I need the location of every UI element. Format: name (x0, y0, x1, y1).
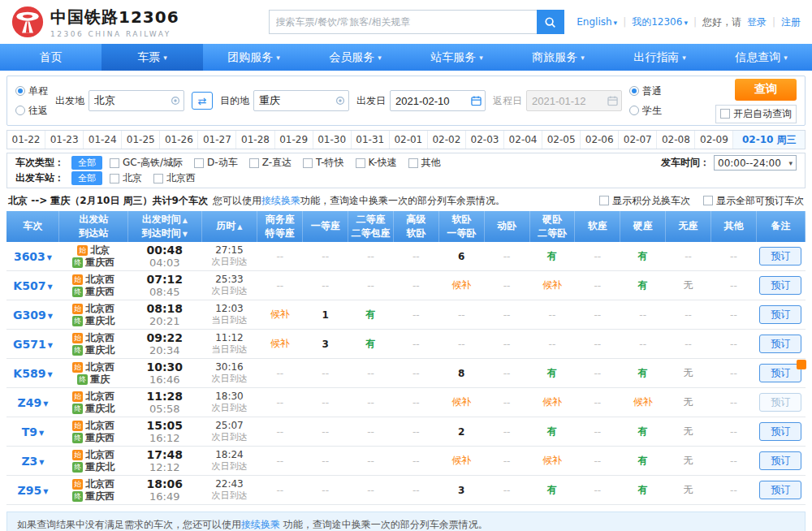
train-number-link[interactable]: G571 (13, 338, 46, 351)
swap-stations-button[interactable]: ⇄ (192, 92, 213, 110)
expand-train-icon[interactable]: ▼ (39, 430, 44, 437)
filter-option-北京西[interactable]: 北京西 (153, 171, 196, 185)
book-button[interactable]: 预订 (759, 247, 801, 266)
date-tab[interactable]: 02-01 (390, 131, 428, 149)
date-tab-selected[interactable]: 02-10 周三 (733, 131, 805, 149)
radio-icon[interactable] (15, 86, 25, 96)
nav-item-团购服务[interactable]: 团购服务▾ (203, 44, 304, 71)
checkbox-icon[interactable] (194, 158, 204, 168)
expand-train-icon[interactable]: ▼ (43, 488, 48, 495)
date-tab[interactable]: 02-08 (657, 131, 695, 149)
expand-train-icon[interactable]: ▼ (47, 254, 52, 261)
checkbox-icon[interactable] (720, 109, 730, 119)
radio-icon[interactable] (629, 106, 639, 115)
checkbox-icon[interactable] (153, 174, 163, 183)
search-input[interactable] (269, 10, 537, 34)
book-button[interactable]: 预订 (759, 451, 801, 470)
checkbox-icon[interactable] (110, 174, 119, 183)
book-button[interactable]: 预订 (759, 481, 801, 499)
date-tab[interactable]: 02-02 (428, 131, 466, 149)
train-number-link[interactable]: Z95 (18, 484, 42, 497)
expand-train-icon[interactable]: ▼ (48, 313, 53, 320)
date-tab[interactable]: 02-05 (542, 131, 581, 149)
column-header[interactable]: 历时▲ (201, 211, 257, 242)
book-button[interactable]: 预订 (759, 422, 801, 441)
train-number-link[interactable]: G309 (13, 309, 46, 322)
expand-train-icon[interactable]: ▼ (43, 400, 48, 408)
checkbox-icon[interactable] (303, 158, 313, 168)
date-tab[interactable]: 01-30 (313, 131, 352, 149)
expand-train-icon[interactable]: ▼ (47, 283, 52, 291)
auto-query-toggle[interactable]: 开启自动查询 (715, 105, 797, 123)
column-header[interactable]: 出发时间▲到达时间▼ (128, 211, 201, 242)
sort-desc-icon[interactable]: ▼ (183, 231, 188, 238)
sort-asc-icon[interactable]: ▲ (237, 223, 242, 231)
my-12306-menu[interactable]: 我的12306▾ (632, 15, 688, 29)
query-button[interactable]: 查询 (735, 79, 797, 101)
filter-option-北京[interactable]: 北京 (110, 171, 142, 185)
nav-item-车票[interactable]: 车票▾ (102, 44, 203, 71)
train-number-link[interactable]: K589 (13, 367, 45, 380)
date-tab[interactable]: 01-27 (198, 131, 236, 149)
date-tab[interactable]: 01-31 (352, 131, 390, 149)
transfer-link[interactable]: 接续换乘 (241, 519, 280, 530)
checkbox-icon[interactable] (408, 158, 418, 168)
passenger-type-student[interactable]: 学生 (629, 104, 662, 118)
date-tab[interactable]: 01-22 (7, 131, 45, 149)
filter-option-D-动车[interactable]: D-动车 (194, 156, 238, 170)
book-button[interactable]: 预订 (759, 393, 801, 412)
nav-item-信息查询[interactable]: 信息查询▾ (710, 44, 812, 71)
login-link[interactable]: 登录 (747, 15, 767, 29)
train-number-link[interactable]: Z49 (18, 396, 42, 409)
expand-train-icon[interactable]: ▼ (47, 371, 52, 378)
radio-icon[interactable] (629, 86, 639, 96)
language-menu[interactable]: English▾ (577, 16, 617, 28)
book-button[interactable]: 预订 (759, 335, 801, 353)
train-number-link[interactable]: 3603 (14, 250, 45, 263)
nav-item-出行指南[interactable]: 出行指南▾ (609, 44, 710, 71)
checkbox-icon[interactable] (599, 196, 609, 205)
checkbox-icon[interactable] (356, 158, 365, 168)
train-number-link[interactable]: Z3 (21, 455, 37, 468)
nav-item-会员服务[interactable]: 会员服务▾ (304, 44, 406, 71)
toggle-points-exchange[interactable]: 显示积分兑换车次 (599, 194, 690, 208)
checkbox-icon[interactable] (703, 196, 713, 205)
date-tab[interactable]: 02-09 (695, 131, 733, 149)
transfer-link[interactable]: 接续换乘 (261, 195, 300, 206)
date-tab[interactable]: 01-26 (160, 131, 198, 149)
expand-train-icon[interactable]: ▼ (39, 459, 44, 466)
book-button[interactable]: 预订 (759, 364, 801, 382)
register-link[interactable]: 注册 (781, 15, 801, 29)
date-tab[interactable]: 01-28 (236, 131, 274, 149)
date-tab[interactable]: 02-07 (619, 131, 657, 149)
date-tab[interactable]: 01-23 (45, 131, 84, 149)
filter-option-Z-直达[interactable]: Z-直达 (249, 156, 292, 170)
search-button[interactable] (537, 10, 564, 34)
passenger-type-normal[interactable]: 普通 (629, 84, 662, 98)
train-type-all-badge[interactable]: 全部 (71, 156, 102, 170)
toggle-show-all-bookable[interactable]: 显示全部可预订车次 (703, 194, 804, 208)
date-tab[interactable]: 02-04 (504, 131, 542, 149)
date-tab[interactable]: 01-29 (275, 131, 313, 149)
date-tab[interactable]: 01-25 (122, 131, 160, 149)
station-all-badge[interactable]: 全部 (71, 171, 102, 185)
date-tab[interactable]: 01-24 (84, 131, 122, 149)
trip-type-oneway[interactable]: 单程 (15, 84, 48, 98)
book-button[interactable]: 预订 (759, 305, 801, 324)
nav-item-商旅服务[interactable]: 商旅服务▾ (508, 44, 609, 71)
trip-type-roundtrip[interactable]: 往返 (15, 104, 48, 118)
book-button[interactable]: 预订 (759, 276, 801, 295)
train-number-link[interactable]: T9 (22, 425, 37, 438)
filter-option-GC-高铁/城际[interactable]: GC-高铁/城际 (110, 156, 183, 170)
filter-option-其他[interactable]: 其他 (408, 156, 441, 170)
expand-train-icon[interactable]: ▼ (48, 342, 53, 349)
sort-asc-icon[interactable]: ▲ (183, 217, 188, 224)
checkbox-icon[interactable] (110, 158, 119, 168)
date-tab[interactable]: 02-03 (466, 131, 504, 149)
train-number-link[interactable]: K507 (13, 279, 45, 292)
radio-icon[interactable] (15, 106, 25, 115)
filter-option-K-快速[interactable]: K-快速 (356, 156, 397, 170)
brand-home-link[interactable]: 中国铁路12306 12306 CHINA RAILWAY (11, 6, 179, 38)
date-tab[interactable]: 02-06 (581, 131, 619, 149)
checkbox-icon[interactable] (249, 158, 259, 168)
